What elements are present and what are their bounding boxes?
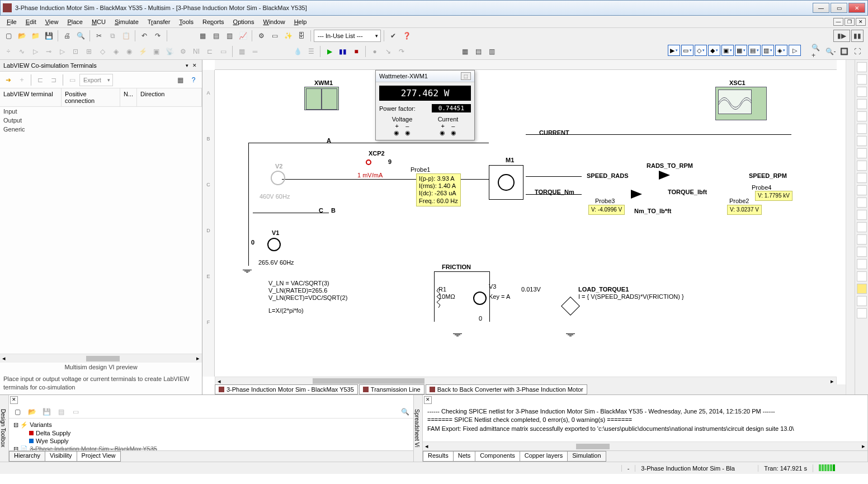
xsc1-component[interactable] — [715, 87, 767, 120]
spread-tab-components[interactable]: Components — [475, 451, 520, 462]
instr-scope-icon[interactable] — [857, 99, 867, 109]
toggle-spreadsheet-icon[interactable]: ▤ — [210, 30, 222, 42]
place-mixed-icon[interactable]: ◈ — [110, 45, 122, 58]
pause-sim-icon[interactable]: ▮▮ — [851, 30, 864, 42]
database-icon[interactable]: 🗄 — [295, 30, 308, 42]
spread-tab-simulation[interactable]: Simulation — [567, 451, 606, 462]
place-misc-icon[interactable]: ◇ — [96, 45, 108, 58]
place-basic-icon[interactable]: ∿ — [16, 45, 28, 58]
wattmeter-close-icon[interactable]: ⬚ — [461, 72, 471, 80]
toggle-netlist-icon[interactable]: ▥ — [223, 30, 235, 42]
analysis-5-icon[interactable]: ▣▾ — [721, 45, 734, 56]
run-toggle-icon[interactable]: ▮▶ — [833, 30, 850, 42]
instr-network-icon[interactable] — [857, 222, 867, 232]
undo-icon[interactable]: ↶ — [138, 30, 150, 42]
component-wizard-icon[interactable]: ✨ — [282, 30, 294, 42]
load-torque-component[interactable] — [561, 297, 580, 316]
instr-wattmeter-icon[interactable] — [857, 87, 867, 97]
instr-4ch-scope-icon[interactable] — [857, 111, 867, 121]
new-icon[interactable]: ▢ — [2, 30, 15, 42]
erc-icon[interactable]: ✔ — [387, 30, 399, 42]
postproc-icon[interactable]: ⚙ — [255, 30, 267, 42]
canvas-vscroll[interactable] — [846, 60, 855, 394]
breadboard-icon[interactable]: ▭ — [268, 30, 281, 42]
bottom-tab-project[interactable]: Project View — [77, 451, 121, 462]
place-diode-icon[interactable]: ▷ — [29, 45, 41, 58]
step-into-icon[interactable]: ↘ — [382, 45, 394, 58]
lv-help-icon[interactable]: ? — [187, 74, 200, 86]
print-icon[interactable]: 🖨 — [61, 30, 73, 42]
instr-funcgen-icon[interactable] — [857, 74, 867, 84]
schematic-canvas[interactable]: Wattmeter-XWM1 ⬚ 277.462 W Power factor:… — [215, 70, 837, 377]
bottom-tab-hierarchy[interactable]: Hierarchy — [9, 451, 45, 462]
copy-icon[interactable]: ⧉ — [106, 30, 119, 42]
tree-save-icon[interactable]: 💾 — [40, 406, 53, 418]
v3-component[interactable] — [473, 292, 487, 305]
bottom-tab-visibility[interactable]: Visibility — [45, 451, 77, 462]
lv-out-icon[interactable]: ⊐ — [48, 74, 60, 86]
grapher-icon[interactable]: 📈 — [237, 30, 249, 42]
menu-transfer[interactable]: Transfer — [143, 17, 175, 26]
menu-window[interactable]: Window — [258, 17, 289, 26]
lv-col-terminal[interactable]: LabVIEW terminal — [0, 88, 62, 106]
close-button[interactable]: ✕ — [848, 3, 865, 13]
lv-view-icon[interactable]: ▦ — [174, 74, 186, 86]
v1-component[interactable] — [267, 238, 281, 251]
place-indicator-icon[interactable]: ◉ — [123, 45, 135, 58]
lv-run-icon[interactable]: ➜ — [2, 74, 15, 86]
r1-symbol[interactable] — [436, 288, 441, 311]
design-toolbox-strip[interactable]: Design Toolbox — [0, 395, 9, 462]
print-preview-icon[interactable]: 🔍 — [74, 30, 87, 42]
place-analog-icon[interactable]: ▷ — [56, 45, 68, 58]
instr-logic-analyzer-icon[interactable] — [857, 161, 867, 171]
instr-wordgen-icon[interactable] — [857, 148, 867, 158]
instr-distortion-icon[interactable] — [857, 198, 867, 208]
instr-logic-conv-icon[interactable] — [857, 173, 867, 183]
menu-edit[interactable]: Edit — [21, 17, 41, 26]
tree-open-icon[interactable]: 📂 — [26, 406, 38, 418]
design-tree[interactable]: ⊟ ⚡ Variants Delta Supply Wye Supply ⊟ 📄… — [9, 419, 413, 450]
toggle-design-icon[interactable]: ▦ — [196, 30, 209, 42]
instr-elvis-icon[interactable] — [857, 296, 867, 306]
instr-agilent-mm-icon[interactable] — [857, 247, 867, 257]
zoom-area-icon[interactable]: 🔲 — [838, 45, 850, 58]
analysis-7-icon[interactable]: ▤▾ — [748, 45, 761, 56]
lv-generic-icon[interactable]: ▭ — [66, 74, 78, 86]
inuse-list-dropdown[interactable]: --- In-Use List --- — [314, 30, 381, 42]
spreadsheet-strip[interactable]: Spreadsheet Vi — [414, 395, 423, 462]
probe-droplet-icon[interactable]: 💧 — [291, 45, 304, 58]
xwm1-component[interactable] — [304, 87, 339, 110]
menu-help[interactable]: Help — [290, 17, 312, 26]
help-icon[interactable]: ❓ — [400, 30, 413, 42]
analysis-4-icon[interactable]: ◆▾ — [708, 45, 720, 56]
layout-cascade-icon[interactable]: ▤ — [472, 45, 484, 58]
place-source-icon[interactable]: ÷ — [2, 45, 15, 58]
design-panel-close[interactable]: ✕ — [10, 396, 18, 404]
spread-tab-copper[interactable]: Copper layers — [520, 451, 568, 462]
tree-saveall-icon[interactable]: ▤ — [55, 406, 67, 418]
step-over-icon[interactable]: ↷ — [395, 45, 408, 58]
place-rf-icon[interactable]: 📡 — [163, 45, 176, 58]
analysis-6-icon[interactable]: ▦▾ — [735, 45, 747, 56]
stop-icon[interactable]: ■ — [350, 45, 362, 58]
place-misc2-icon[interactable]: ▣ — [150, 45, 162, 58]
gain-rads-rpm[interactable] — [659, 171, 670, 181]
mdi-close-button[interactable]: ✕ — [856, 18, 866, 26]
zoom-out-icon[interactable]: 🔍- — [824, 45, 837, 58]
paste-icon[interactable]: 📋 — [120, 30, 132, 42]
mdi-minimize-button[interactable]: — — [833, 18, 843, 26]
place-electromech-icon[interactable]: ⚙ — [177, 45, 189, 58]
analysis-3-icon[interactable]: ◇▾ — [695, 45, 707, 56]
place-mcu-icon[interactable]: ▭ — [217, 45, 229, 58]
analysis-2-icon[interactable]: ▭▾ — [681, 45, 694, 56]
wattmeter-window[interactable]: Wattmeter-XWM1 ⬚ 277.462 W Power factor:… — [375, 70, 475, 140]
lv-row-input[interactable]: Input — [0, 107, 202, 116]
doc-tab-3[interactable]: Back to Back Converter with 3-Phase Indu… — [426, 384, 587, 394]
bus-icon[interactable]: ═ — [249, 45, 261, 58]
minimize-button[interactable]: — — [813, 3, 829, 13]
instr-spectrum-icon[interactable] — [857, 210, 867, 220]
mdi-restore-button[interactable]: ❐ — [845, 18, 855, 26]
lv-row-generic[interactable]: Generic — [0, 125, 202, 134]
zoom-fit-icon[interactable]: ⛶ — [851, 45, 864, 58]
instr-bode-icon[interactable] — [857, 124, 867, 134]
